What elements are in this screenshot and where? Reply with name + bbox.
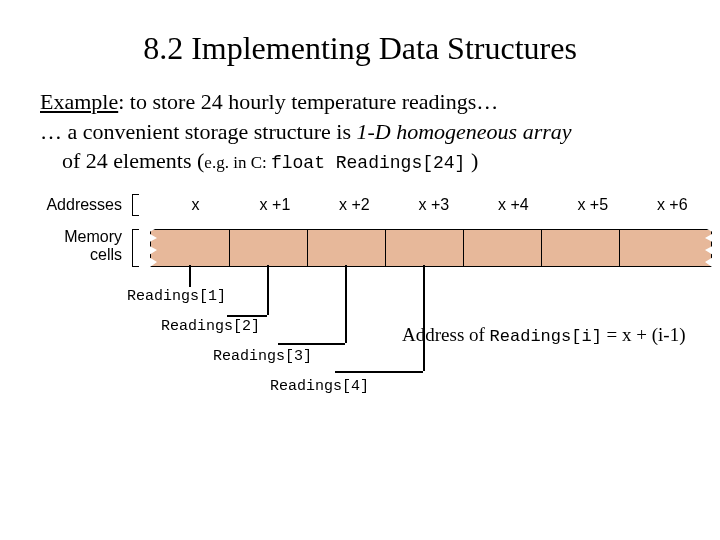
torn-edge-left-icon [143,228,157,268]
lead-line-icon [189,265,191,287]
cell-divider-icon [619,230,620,266]
lead-line-icon [227,315,267,317]
array-term: 1-D homogeneous array [356,119,571,144]
formula-post: = x + (i-1) [602,324,686,345]
slide-title: 8.2 Implementing Data Structures [30,30,690,67]
addr-0: x [158,196,233,214]
lead-line-icon [278,343,345,345]
cell-divider-icon [307,230,308,266]
example-word: Example [40,89,118,114]
body-text: Example: to store 24 hourly temperature … [40,87,680,176]
readings-4-label: Readings[4] [270,378,369,395]
cell-divider-icon [385,230,386,266]
line2-mid: of 24 elements ( [62,148,204,173]
code-declaration: float Readings[24] [271,153,465,173]
memory-bracket-icon [132,229,139,267]
addr-2: x +2 [317,196,392,214]
address-row: x x +1 x +2 x +3 x +4 x +5 x +6 [158,196,710,214]
slide: 8.2 Implementing Data Structures Example… [0,0,720,424]
lead-line-icon [335,371,423,373]
line2-indent: of 24 elements (e.g. in C: float Reading… [40,146,680,176]
lead-line-icon [267,265,269,315]
lead-line-icon [423,265,425,371]
cell-divider-icon [541,230,542,266]
formula-code: Readings[i] [490,327,602,346]
example-rest: : to store 24 hourly temperature reading… [118,89,498,114]
cell-divider-icon [229,230,230,266]
line2-tail: ) [465,148,478,173]
memory-cells-box [150,229,712,267]
array-diagram: Addresses Memory cells x x +1 x +2 x +3 … [30,194,720,424]
memory-label-1: Memory [30,228,122,246]
addr-4: x +4 [476,196,551,214]
addresses-bracket-icon [132,194,139,216]
readings-3-label: Readings[3] [213,348,312,365]
line2-prefix: … a convenient storage structure is [40,119,356,144]
addresses-label: Addresses [30,196,122,214]
torn-edge-right-icon [705,228,719,268]
readings-1-label: Readings[1] [127,288,226,305]
addr-6: x +6 [635,196,710,214]
addr-3: x +3 [396,196,471,214]
addr-1: x +1 [237,196,312,214]
cell-divider-icon [463,230,464,266]
address-formula: Address of Readings[i] = x + (i-1) [402,324,686,346]
eg-text: e.g. in C: [204,153,271,172]
formula-pre: Address of [402,324,490,345]
lead-line-icon [345,265,347,343]
readings-2-label: Readings[2] [161,318,260,335]
memory-label-2: cells [30,246,122,264]
addr-5: x +5 [555,196,630,214]
